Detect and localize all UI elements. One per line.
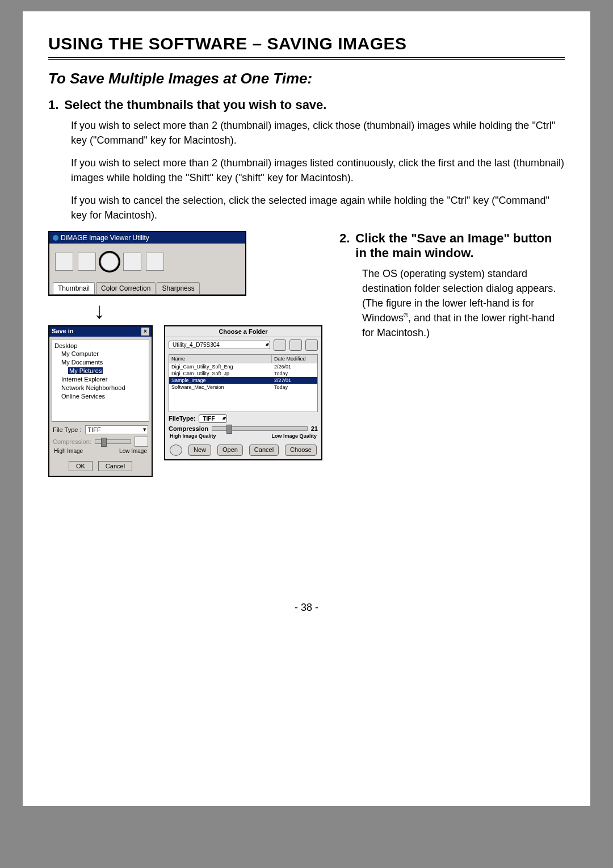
page-number: - 38 - — [48, 602, 565, 614]
mac-dialog-title: Choose a Folder — [165, 326, 321, 337]
mac-nav-btn3[interactable] — [305, 339, 318, 351]
mac-help-icon[interactable] — [170, 445, 182, 456]
mac-compression-label: Compression — [169, 425, 208, 432]
choose-button[interactable]: Choose — [285, 445, 317, 456]
high-image-label: High Image — [54, 448, 83, 454]
mac-lo-quality: Low Image Quality — [271, 433, 317, 439]
section-title: To Save Multiple Images at One Time: — [48, 70, 565, 87]
tree-online[interactable]: Online Services — [54, 392, 146, 401]
tree-mypics[interactable]: My Pictures — [68, 367, 103, 374]
step1-p2: If you wish to select more than 2 (thumb… — [71, 156, 565, 185]
mac-folder-popup[interactable]: Utility_4_D75S304 — [169, 341, 270, 349]
mac-compression-value: 21 — [311, 425, 318, 432]
step2-p1: The OS (operating system) standard desti… — [362, 266, 565, 340]
step2-heading: 2. Click the "Save an Image" button in t… — [339, 231, 565, 261]
tree-mydocs[interactable]: My Documents — [54, 358, 146, 367]
close-icon[interactable]: × — [141, 328, 149, 336]
list-item[interactable]: Sample_Image — [169, 377, 272, 384]
mac-filetype-popup[interactable]: TIFF — [199, 414, 226, 423]
col-name: Name — [169, 355, 272, 363]
step1-p3: If you wish to cancel the selection, cli… — [71, 193, 565, 223]
manual-page: USING THE SOFTWARE – SAVING IMAGES To Sa… — [23, 11, 590, 806]
app-window: DiMAGE Image Viewer Utility Thumbnail Co… — [48, 231, 246, 296]
ok-button[interactable]: OK — [69, 461, 93, 471]
step1-heading: 1. Select the thumbnails that you wish t… — [48, 98, 565, 112]
app-toolbar — [49, 244, 245, 280]
toolbar-btn-1[interactable] — [55, 253, 73, 271]
list-item[interactable]: Digi_Cam_Utility_Soft_Jp — [169, 370, 272, 377]
tree-netnbr[interactable]: Network Neighborhood — [54, 384, 146, 392]
mac-nav-btn2[interactable] — [289, 339, 302, 351]
app-title-text: DiMAGE Image Viewer Utility — [61, 234, 149, 242]
arrow-down-icon: ↓ — [94, 299, 322, 322]
step1-p1: If you wish to select more than 2 (thumb… — [71, 118, 565, 148]
windows-save-dialog: Save in × Desktop My Computer My Documen… — [48, 325, 153, 477]
save-image-button[interactable] — [100, 253, 119, 271]
compression-value-box — [135, 437, 148, 447]
mac-folder-list[interactable]: Name Date Modified Digi_Cam_Utility_Soft… — [169, 354, 318, 412]
step1-title: Select the thumbnails that you wish to s… — [64, 98, 326, 112]
win-dialog-titlebar: Save in × — [49, 326, 152, 337]
mac-cancel-button[interactable]: Cancel — [249, 445, 279, 456]
open-button[interactable]: Open — [217, 445, 243, 456]
step2-title: Click the "Save an Image" button in the … — [355, 231, 565, 261]
col-date: Date Modified — [272, 355, 317, 363]
list-item[interactable]: Digi_Cam_Utility_Soft_Eng — [169, 363, 272, 370]
page-title: USING THE SOFTWARE – SAVING IMAGES — [48, 34, 565, 53]
new-button[interactable]: New — [188, 445, 211, 456]
toolbar-btn-4[interactable] — [123, 253, 141, 271]
mac-compression-slider[interactable] — [212, 426, 307, 431]
compression-label: Compression: — [53, 438, 91, 445]
mac-nav-btn1[interactable] — [274, 339, 286, 351]
tab-color-correction[interactable]: Color Correction — [96, 282, 156, 294]
tree-mycomputer[interactable]: My Computer — [54, 350, 146, 358]
mac-filetype-label: FileType: — [169, 415, 195, 422]
filetype-label: File Type : — [53, 426, 82, 433]
list-item[interactable]: Software_Mac_Version — [169, 384, 272, 391]
app-icon — [53, 235, 58, 241]
win-dialog-title: Save in — [52, 328, 74, 336]
cancel-button[interactable]: Cancel — [98, 461, 132, 471]
compression-slider[interactable] — [95, 439, 131, 444]
toolbar-btn-2[interactable] — [78, 253, 96, 271]
tree-desktop[interactable]: Desktop — [54, 342, 146, 350]
toolbar-btn-5[interactable] — [146, 253, 164, 271]
tree-ie[interactable]: Internet Explorer — [54, 375, 146, 384]
filetype-dropdown[interactable]: TIFF — [85, 425, 148, 434]
tab-sharpness[interactable]: Sharpness — [157, 282, 199, 294]
mac-choose-folder-dialog: Choose a Folder Utility_4_D75S304 Name D… — [164, 325, 322, 460]
folder-tree[interactable]: Desktop My Computer My Documents My Pict… — [52, 339, 149, 422]
mac-hi-quality: High Image Quality — [170, 433, 216, 439]
tab-thumbnail[interactable]: Thumbnail — [53, 282, 95, 294]
step1-num: 1. — [48, 98, 58, 112]
app-titlebar: DiMAGE Image Viewer Utility — [49, 232, 245, 244]
step2-num: 2. — [339, 231, 350, 261]
app-tabs: Thumbnail Color Correction Sharpness — [49, 282, 245, 294]
low-image-label: Low Image — [119, 448, 147, 454]
